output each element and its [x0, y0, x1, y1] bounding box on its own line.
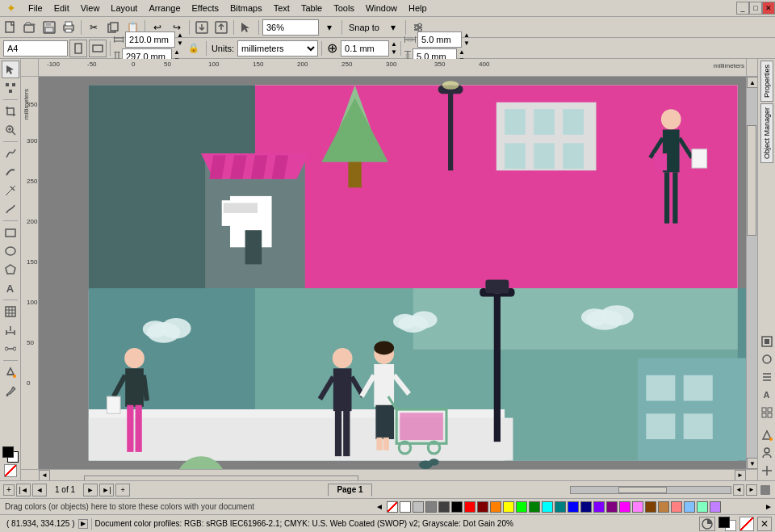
units-select[interactable]: millimeters [237, 40, 318, 57]
swatch-cyan[interactable] [542, 501, 553, 513]
maximize-button[interactable]: □ [749, 2, 762, 15]
canvas-viewport[interactable] [39, 77, 746, 469]
object-manager-button[interactable]: Object Manager [760, 103, 773, 163]
scroll-left-button[interactable]: ◄ [39, 470, 50, 481]
swatch-light-gray[interactable] [413, 501, 424, 513]
swatch-red[interactable] [464, 501, 475, 513]
no-fill-indicator[interactable] [4, 464, 17, 477]
swatch-magenta[interactable] [619, 501, 630, 513]
x-button[interactable]: ✕ [757, 517, 772, 531]
swatch-navy[interactable] [580, 501, 592, 513]
swatch-teal[interactable] [555, 501, 566, 513]
mini-scroll-left[interactable]: ◄ [733, 484, 744, 496]
swatch-brown[interactable] [645, 501, 656, 513]
v-scroll-track[interactable] [747, 88, 757, 458]
nav-next-page-button[interactable]: ► [83, 484, 98, 496]
properties-panel-button[interactable]: Properties [760, 61, 773, 102]
margin-h-input[interactable] [417, 31, 462, 48]
menu-arrange[interactable]: Arrange [143, 2, 186, 15]
palette-scroll-left[interactable]: ◄ [373, 500, 386, 514]
polygon-tool[interactable] [2, 261, 19, 279]
text-tool[interactable]: A [2, 279, 19, 297]
nav-last-page-button[interactable]: ►| [99, 484, 114, 496]
select-tool[interactable] [2, 61, 19, 78]
swatch-dark-gray[interactable] [438, 501, 450, 513]
menu-effects[interactable]: Effects [186, 2, 224, 15]
zoom-dropdown[interactable]: ▾ [320, 19, 338, 36]
page-size-input[interactable] [3, 40, 68, 57]
print-button[interactable] [60, 19, 78, 36]
menu-table[interactable]: Table [295, 2, 328, 15]
zoom-tool[interactable] [2, 121, 19, 139]
menu-view[interactable]: View [75, 2, 106, 15]
swatch-purple[interactable] [606, 501, 618, 513]
fill-tool[interactable] [2, 363, 19, 381]
save-button[interactable] [40, 19, 58, 36]
nudge-input[interactable] [341, 40, 389, 57]
swatch-green[interactable] [529, 501, 540, 513]
connector-tool[interactable] [2, 340, 19, 358]
rpanel-btn-8[interactable] [759, 463, 775, 479]
swatch-mint[interactable] [697, 501, 708, 513]
foreground-color-box[interactable] [2, 446, 14, 458]
swatch-tan[interactable] [658, 501, 669, 513]
mini-scroll-right[interactable]: ► [746, 484, 757, 496]
nudge-spinner[interactable]: ▲▼ [391, 40, 397, 57]
zoom-input[interactable] [262, 19, 319, 36]
swatch-yellow[interactable] [503, 501, 514, 513]
swatch-black[interactable] [451, 501, 463, 513]
fill-color-indicator[interactable] [718, 517, 736, 531]
arrow-btn[interactable] [237, 19, 255, 36]
menu-file[interactable]: File [23, 2, 48, 15]
crop-tool[interactable] [2, 103, 19, 120]
swatch-violet[interactable] [593, 501, 605, 513]
h-scroll-thumb[interactable] [84, 475, 358, 481]
no-color-button[interactable] [739, 517, 754, 531]
artistic-media-tool[interactable] [2, 163, 19, 181]
menu-edit[interactable]: Edit [48, 2, 75, 15]
swatch-gray[interactable] [425, 501, 437, 513]
menu-tools[interactable]: Tools [328, 2, 360, 15]
menu-window[interactable]: Window [360, 2, 403, 15]
swatch-blue[interactable] [568, 501, 579, 513]
rect-tool[interactable] [2, 224, 19, 241]
rpanel-btn-6[interactable] [759, 427, 775, 443]
scroll-right-button[interactable]: ► [735, 470, 746, 481]
rpanel-btn-2[interactable] [759, 351, 775, 367]
node-tool[interactable] [2, 79, 19, 97]
b-spline-tool[interactable] [2, 200, 19, 218]
swatch-lavender[interactable] [710, 501, 721, 513]
width-input[interactable] [125, 31, 175, 48]
menu-layout[interactable]: Layout [105, 2, 143, 15]
no-fill-swatch[interactable] [387, 501, 398, 513]
open-button[interactable] [21, 19, 39, 36]
freehand-tool[interactable] [2, 145, 19, 162]
cut-button[interactable]: ✂ [85, 19, 103, 36]
ellipse-tool[interactable] [2, 242, 19, 260]
swatch-orange[interactable] [490, 501, 501, 513]
table-tool[interactable] [2, 303, 19, 320]
portrait-button[interactable] [69, 40, 87, 57]
view-mode-button[interactable] [759, 484, 772, 496]
swatch-white[interactable] [400, 501, 411, 513]
pen-tool[interactable] [2, 182, 19, 199]
rpanel-btn-4[interactable]: A [759, 387, 775, 403]
coordinates-menu-button[interactable]: ▶ [78, 519, 88, 529]
import-button[interactable] [193, 19, 211, 36]
export-button[interactable] [212, 19, 230, 36]
page-tab-1[interactable]: Page 1 [328, 484, 371, 496]
nav-add-page-end-button[interactable]: + [115, 484, 130, 496]
new-button[interactable] [2, 19, 19, 36]
color-mode-button[interactable] [699, 517, 715, 531]
landscape-button[interactable] [89, 40, 107, 57]
nav-prev-page-button[interactable]: ◄ [32, 484, 47, 496]
v-scroll-thumb[interactable] [747, 125, 756, 236]
swatch-lime[interactable] [516, 501, 527, 513]
menu-text[interactable]: Text [268, 2, 295, 15]
margin-h-spinner[interactable]: ▲▼ [463, 31, 470, 48]
rpanel-btn-3[interactable] [759, 369, 775, 385]
rpanel-btn-5[interactable] [759, 404, 775, 421]
eyedropper-tool[interactable] [2, 382, 19, 400]
scroll-down-button[interactable]: ▼ [747, 458, 757, 469]
close-button[interactable]: ✕ [762, 2, 775, 15]
